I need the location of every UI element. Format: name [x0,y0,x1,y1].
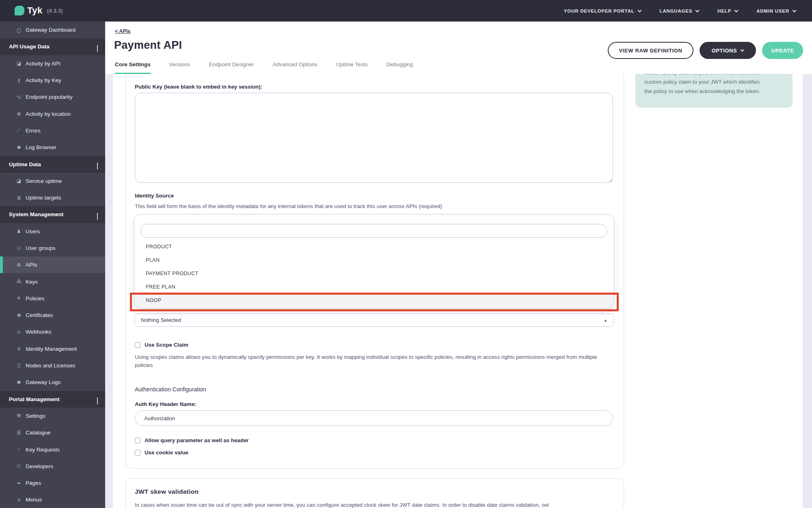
sidebar-item-uptime-targets[interactable]: ≣ Uptime targets [0,189,105,206]
dropdown-option-payment-product[interactable]: PAYMENT PRODUCT [134,267,614,280]
sidebar-item-settings[interactable]: ⚒ Settings [0,408,105,424]
bug-icon: ✱ [15,145,22,150]
use-cookie-checkbox-row[interactable]: Use cookie value [135,449,188,456]
allow-query-param-checkbox-row[interactable]: Allow query parameter as well as header [135,437,248,443]
use-cookie-label: Use cookie value [145,449,188,456]
sidebar-item-activity-by-api[interactable]: ◪ Activity by API [0,55,105,72]
use-scope-claim-checkbox-row[interactable]: Use Scope Claim [135,342,188,348]
sidebar-item-endpoint-popularity[interactable]: ⌥ Endpoint popularity [0,89,105,105]
tab-endpoint-designer[interactable]: Endpoint Designer [209,61,254,74]
jwt-skew-validation-title: JWT skew validation [135,488,199,495]
sidebar-item-certificates[interactable]: ❋ Certificates [0,307,105,323]
sidebar-item-uptime-data[interactable]: Uptime Data [0,156,105,172]
sidebar-item-errors[interactable]: ☄ Errors [0,122,105,139]
info-box-clipped-line: custom policy claim to your JWT which id… [644,74,784,77]
sidebar-item-policies[interactable]: ⚘ Policies [0,290,105,307]
policy-select[interactable]: Nothing Selected ▲ [134,313,614,327]
tyk-logo[interactable]: Tyk (4.3.3) [15,5,63,16]
checkbox-icon[interactable] [135,342,140,348]
sidebar-item-pages[interactable]: ❧ Pages [0,475,105,491]
tab-core-settings[interactable]: Core Settings [115,61,151,74]
sidebar-item-webhooks[interactable]: ⍾ Webhooks [0,323,105,340]
sidebar-item-menus[interactable]: ≡ Menus [0,491,105,508]
topbar: Tyk (4.3.3) YOUR DEVELOPER PORTAL LANGUA… [0,0,812,22]
topbar-menu-help[interactable]: HELP [717,9,738,13]
user-group-icon: ⚇ [15,245,22,251]
sidebar-item-nodes-and-licenses[interactable]: ♖ Nodes and Licenses [0,357,105,374]
use-scope-claim-label: Use Scope Claim [145,342,188,348]
sidebar-item-api-usage-data[interactable]: API Usage Data [0,38,105,55]
sidebar-item-service-uptime[interactable]: ◪ Service uptime [0,173,105,189]
page-title: Payment API [114,39,182,52]
topbar-menu-languages[interactable]: LANGUAGES [660,9,699,13]
bank-icon: ♖ [15,363,22,369]
logo-text: Tyk [27,5,43,16]
scope-claim-help: Using scopes claims allows you to dynami… [135,353,614,369]
paw-icon: ⁙ [15,447,22,452]
topbar-menu-your-developer-portal[interactable]: YOUR DEVELOPER PORTAL [564,9,641,13]
view-raw-definition-button[interactable]: VIEW RAW DEFINITION [608,42,693,59]
sidebar-item-keys[interactable]: ⁂ Keys [0,273,105,290]
leaf-icon: ❧ [15,480,22,486]
policy-icon: ⚘ [15,295,22,301]
gears-icon: ⚙ [15,262,22,268]
sidebar-item-gateway-dashboard[interactable]: ▢ Gateway Dashboard [0,22,105,38]
checkbox-icon[interactable] [135,450,140,456]
identity-source-dropdown: PRODUCT PLAN PAYMENT PRODUCT FREE PLAN N… [134,214,614,308]
sidebar-item-log-browser[interactable]: ✱ Log Browser [0,139,105,156]
chevron-down-icon [637,8,641,12]
sidebar-item-activity-by-key[interactable]: ⚷ Activity by Key [0,72,105,89]
sidebar-item-catalogue[interactable]: ☰ Catalogue [0,424,105,441]
checkbox-icon[interactable] [135,438,140,443]
chevron-down-icon [695,8,700,12]
options-button[interactable]: OPTIONS [700,42,756,59]
sidebar-item-identity-management[interactable]: ☌ Identity Management [0,341,105,357]
dropdown-option-plan[interactable]: PLAN [134,253,614,267]
sidebar-item-key-requests[interactable]: ⁙ Key Requests [0,441,105,458]
sidebar-item-system-management[interactable]: System Management [0,206,105,223]
sidebar-item-gateway-logs[interactable]: ✱ Gateway Logs [0,374,105,391]
sidebar-item-portal-management[interactable]: Portal Management [0,391,105,408]
caret-up-icon: ▲ [604,318,607,322]
jwt-skew-validation-body: In cases when issuer time can be out of … [135,502,614,508]
tab-advanced-options[interactable]: Advanced Options [273,61,317,74]
chevron-up-icon [97,213,98,219]
identity-source-label: Identity Source [135,193,174,199]
chevron-up-icon [97,45,98,51]
dropdown-option-noop[interactable]: NOOP [134,293,614,307]
bug-icon: ✱ [15,380,22,385]
list-icon: ≣ [15,195,22,201]
chevron-down-icon [741,48,745,52]
jwt-policy-info-box: custom policy claim to your JWT which id… [635,74,793,108]
bomb-icon: ☄ [15,128,22,133]
chevron-down-icon [793,8,797,12]
topbar-menu-admin-user[interactable]: ADMIN USER [756,9,796,13]
dropdown-option-free-plan[interactable]: FREE PLAN [134,280,614,293]
sidebar-item-apis[interactable]: ⚙ APIs [0,256,105,273]
tab-debugging[interactable]: Debugging [387,61,413,74]
dropdown-option-product[interactable]: PRODUCT [134,240,614,253]
sitemap-icon: ⁂ [15,279,22,284]
sidebar-item-users[interactable]: ♟ Users [0,223,105,240]
dropdown-search-input[interactable] [140,224,607,238]
globe-icon: ⊕ [15,111,22,117]
wrench-icon: ⚒ [15,413,22,419]
sidebar-item-activity-by-location[interactable]: ⊕ Activity by location [0,105,105,122]
content-scroll-area[interactable]: Public Key (leave blank to embed in key … [105,74,812,508]
update-button[interactable]: UPDATE [762,42,803,59]
auth-key-header-label: Auth Key Header Name: [135,401,196,407]
bell-icon: ⍾ [15,329,22,335]
tab-uptime-tests[interactable]: Uptime Tests [336,61,368,74]
public-key-textarea[interactable] [135,93,613,183]
auth-key-header-input[interactable] [135,410,613,426]
allow-query-param-label: Allow query parameter as well as header [145,437,248,443]
header-buttons: VIEW RAW DEFINITION OPTIONS UPDATE [608,42,803,59]
menu-icon: ≡ [15,497,22,503]
catalogue-icon: ☰ [15,430,22,436]
sidebar-item-developers[interactable]: ⚇ Developers [0,458,105,475]
breadcrumb-back-link[interactable]: < APIs [115,28,130,34]
sidebar-item-user-groups[interactable]: ⚇ User groups [0,240,105,256]
policy-select-value: Nothing Selected [141,317,181,323]
tab-versions[interactable]: Versions [169,61,190,74]
info-box-text: custom policy claim to your JWT which id… [635,74,793,96]
